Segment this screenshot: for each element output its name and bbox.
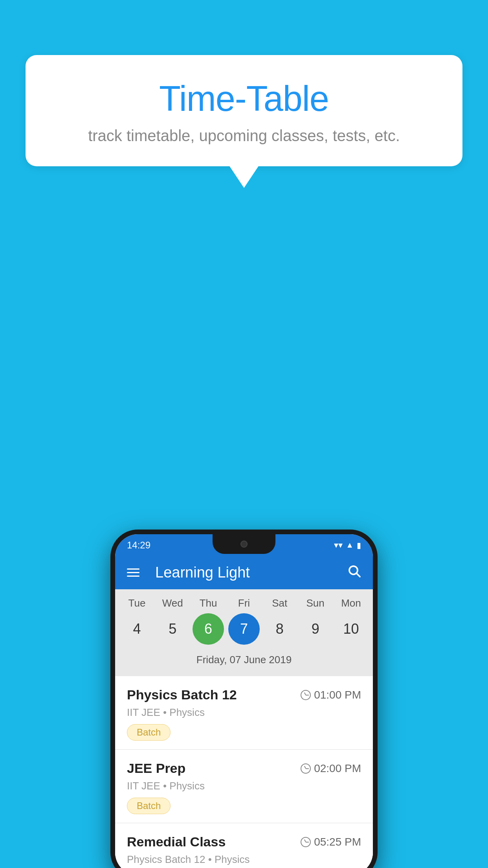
time-label-1: 01:00 PM <box>314 689 361 701</box>
schedule-time-3: 05:25 PM <box>301 836 361 848</box>
status-time: 14:29 <box>127 540 150 551</box>
day-name-sat: Sat <box>264 597 295 609</box>
day-name-tue: Tue <box>121 597 152 609</box>
schedule-item-2-header: JEE Prep 02:00 PM <box>127 761 361 776</box>
schedule-title-2: JEE Prep <box>127 761 185 776</box>
wifi-icon: ▾▾ <box>334 540 343 550</box>
schedule-meta-1: IIT JEE • Physics <box>127 706 361 719</box>
calendar-strip: Tue Wed Thu Fri Sat Sun Mon 4 5 6 7 8 9 … <box>115 589 373 676</box>
day-10[interactable]: 10 <box>335 613 367 645</box>
day-5[interactable]: 5 <box>157 613 188 645</box>
speech-bubble-container: Time-Table track timetable, upcoming cla… <box>26 55 462 166</box>
search-icon[interactable] <box>347 564 361 581</box>
day-name-fri: Fri <box>228 597 260 609</box>
schedule-item-1-header: Physics Batch 12 01:00 PM <box>127 687 361 702</box>
phone-screen: 14:29 ▾▾ ▲ ▮ <box>115 534 373 868</box>
day-4[interactable]: 4 <box>121 613 152 645</box>
schedule-list: Physics Batch 12 01:00 PM IIT JEE • Phys… <box>115 676 373 868</box>
schedule-item-3[interactable]: Remedial Class 05:25 PM Physics Batch 12… <box>115 823 373 868</box>
schedule-time-1: 01:00 PM <box>301 689 361 701</box>
day-9[interactable]: 9 <box>300 613 331 645</box>
batch-tag-1: Batch <box>127 724 171 741</box>
schedule-item-2[interactable]: JEE Prep 02:00 PM IIT JEE • Physics Batc… <box>115 750 373 823</box>
camera-dot <box>240 541 248 548</box>
status-icons: ▾▾ ▲ ▮ <box>334 540 361 550</box>
schedule-item-1[interactable]: Physics Batch 12 01:00 PM IIT JEE • Phys… <box>115 676 373 750</box>
day-names-row: Tue Wed Thu Fri Sat Sun Mon <box>115 597 373 613</box>
app-bar: Learning Light <box>115 556 373 589</box>
schedule-item-3-header: Remedial Class 05:25 PM <box>127 834 361 850</box>
svg-line-1 <box>357 574 360 577</box>
clock-icon-2 <box>301 763 311 774</box>
app-bar-title: Learning Light <box>155 564 335 581</box>
battery-icon: ▮ <box>357 541 361 550</box>
time-label-3: 05:25 PM <box>314 836 361 848</box>
time-label-2: 02:00 PM <box>314 762 361 775</box>
day-numbers-row: 4 5 6 7 8 9 10 <box>115 613 373 651</box>
status-bar: 14:29 ▾▾ ▲ ▮ <box>115 534 373 556</box>
clock-icon-3 <box>301 837 311 847</box>
clock-icon-1 <box>301 690 311 700</box>
day-name-thu: Thu <box>193 597 224 609</box>
batch-tag-2: Batch <box>127 798 171 814</box>
schedule-title-1: Physics Batch 12 <box>127 687 237 702</box>
phone-outer: 14:29 ▾▾ ▲ ▮ <box>110 530 378 868</box>
selected-date-label: Friday, 07 June 2019 <box>115 651 373 672</box>
schedule-time-2: 02:00 PM <box>301 762 361 775</box>
speech-bubble: Time-Table track timetable, upcoming cla… <box>26 55 462 166</box>
bubble-subtitle: track timetable, upcoming classes, tests… <box>45 127 443 145</box>
bubble-title: Time-Table <box>45 79 443 119</box>
day-name-wed: Wed <box>157 597 188 609</box>
day-7-selected[interactable]: 7 <box>228 613 260 645</box>
signal-icon: ▲ <box>346 541 354 550</box>
notch <box>213 534 275 554</box>
day-name-sun: Sun <box>300 597 331 609</box>
hamburger-menu-icon[interactable] <box>127 568 139 577</box>
day-6-today[interactable]: 6 <box>193 613 224 645</box>
day-8[interactable]: 8 <box>264 613 295 645</box>
day-name-mon: Mon <box>335 597 367 609</box>
schedule-meta-2: IIT JEE • Physics <box>127 780 361 792</box>
phone-mockup: 14:29 ▾▾ ▲ ▮ <box>110 530 378 868</box>
schedule-title-3: Remedial Class <box>127 834 226 850</box>
schedule-meta-3: Physics Batch 12 • Physics <box>127 853 361 866</box>
